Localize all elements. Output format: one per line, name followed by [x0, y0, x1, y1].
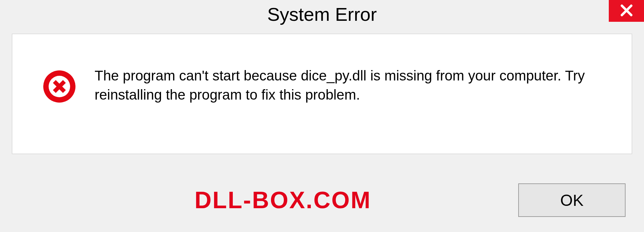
error-dialog: System Error The program can't start bec… — [0, 0, 644, 232]
titlebar: System Error — [0, 0, 644, 28]
close-button[interactable] — [609, 0, 644, 22]
watermark-text: DLL-BOX.COM — [195, 187, 371, 214]
error-message: The program can't start because dice_py.… — [95, 66, 615, 104]
close-icon — [620, 3, 634, 19]
error-icon — [43, 70, 76, 105]
dialog-title: System Error — [267, 3, 377, 25]
dialog-footer: DLL-BOX.COM OK — [0, 178, 644, 222]
ok-button-label: OK — [560, 191, 583, 210]
ok-button[interactable]: OK — [518, 183, 626, 217]
content-area: The program can't start because dice_py.… — [12, 34, 632, 154]
